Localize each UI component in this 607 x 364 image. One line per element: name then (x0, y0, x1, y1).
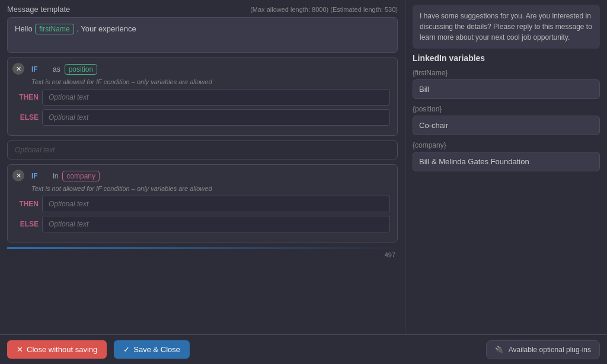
standalone-optional[interactable]: Optional text (7, 141, 398, 159)
firstname-input[interactable] (413, 79, 600, 99)
right-panel: I have some suggestions for you. Are you… (405, 0, 607, 334)
condition-block-1: ✕ IF as position Text is not allowed for… (7, 58, 398, 136)
close-label: Close without saving (27, 345, 97, 354)
company-label: {company} (413, 141, 600, 149)
standalone-text: Optional text (15, 146, 55, 154)
plugs-label: Available optional plug-ins (509, 346, 591, 354)
then-label-1: THEN (15, 93, 39, 101)
close-without-saving-button[interactable]: ✕ Close without saving (7, 340, 107, 359)
firstname-block: {firstName} (405, 69, 607, 99)
hello-prefix: Hello (15, 24, 33, 33)
footer: ✕ Close without saving ✓ Save & Close 🔌 … (0, 334, 607, 364)
save-check-icon: ✓ (123, 345, 130, 354)
main-layout: Message template (Max allowed length: 80… (0, 0, 607, 334)
else-row-1: ELSE (15, 109, 390, 126)
close-block1-button[interactable]: ✕ (12, 63, 24, 75)
then-input-1[interactable] (42, 89, 390, 106)
preview-text: I have some suggestions for you. Are you… (420, 12, 592, 41)
if-row-1: IF as position (31, 64, 390, 75)
position-tag-1[interactable]: position (65, 64, 97, 75)
blue-line (7, 247, 398, 249)
company-block: {company} (405, 141, 607, 171)
template-header: Message template (Max allowed length: 80… (7, 5, 398, 14)
else-input-1[interactable] (42, 109, 390, 126)
available-plugs-button[interactable]: 🔌 Available optional plug-ins (486, 340, 600, 359)
plug-icon: 🔌 (495, 346, 504, 354)
condition-block-2: ✕ IF in company Text is not allowed for … (7, 164, 398, 242)
firstname-tag[interactable]: firstName (35, 24, 74, 34)
message-suffix: . Your experience (76, 24, 136, 33)
then-row-2: THEN (15, 196, 390, 212)
in-keyword-2: in (53, 172, 58, 180)
firstname-label: {firstName} (413, 69, 600, 77)
then-row-1: THEN (15, 89, 390, 106)
scroll-count: 497 (7, 251, 398, 258)
else-input-2[interactable] (42, 216, 390, 232)
position-block: {position} (405, 105, 607, 135)
message-box[interactable]: Hello firstName . Your experience (7, 17, 398, 53)
company-tag-2[interactable]: company (62, 171, 100, 181)
then-label-2: THEN (15, 200, 39, 208)
preview-box: I have some suggestions for you. Are you… (413, 5, 600, 49)
position-label: {position} (413, 105, 600, 113)
else-label-1: ELSE (15, 113, 39, 122)
close-block2-button[interactable]: ✕ (12, 170, 24, 181)
template-title: Message template (7, 5, 70, 14)
error-text-2: Text is not allowed for IF condition – o… (31, 185, 390, 192)
close-x-icon: ✕ (17, 345, 23, 354)
company-input[interactable] (413, 152, 600, 171)
as-keyword-1: as (53, 65, 60, 74)
template-meta: (Max allowed length: 8000) (Estimated le… (250, 6, 398, 13)
else-label-2: ELSE (15, 220, 39, 228)
position-input[interactable] (413, 116, 600, 135)
char-count: 497 (385, 251, 395, 258)
linkedin-vars-title: LinkedIn variables (405, 53, 607, 63)
else-row-2: ELSE (15, 216, 390, 232)
if-row-2: IF in company (31, 171, 390, 181)
save-label: Save & Close (133, 345, 180, 354)
save-close-button[interactable]: ✓ Save & Close (114, 340, 190, 359)
if-label-2: IF (31, 172, 49, 180)
left-panel: Message template (Max allowed length: 80… (0, 0, 405, 334)
error-text-1: Text is not allowed for IF condition – o… (31, 78, 390, 85)
then-input-2[interactable] (42, 196, 390, 212)
if-label-1: IF (31, 65, 49, 74)
